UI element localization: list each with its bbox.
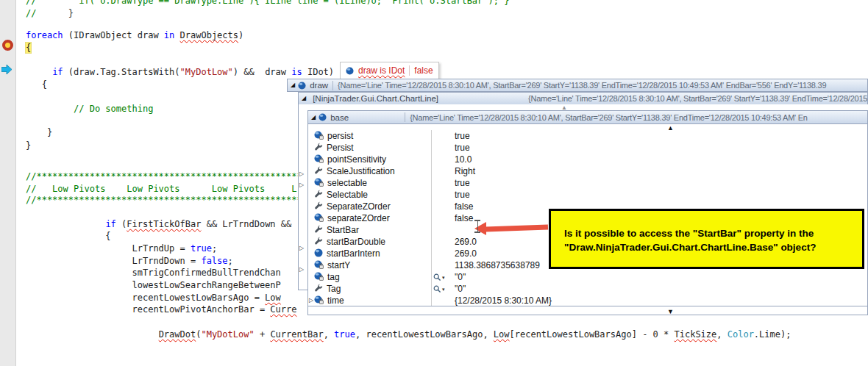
divider — [332, 81, 333, 90]
code-line[interactable]: } — [26, 140, 31, 151]
code-line[interactable]: //**************************************… — [26, 171, 302, 182]
property-row-persist[interactable]: persisttrue — [308, 130, 867, 142]
code-line[interactable]: smTrigConfirmedBullTrendChan — [26, 267, 281, 279]
vs-debug-screen: // if( o.DrawType == DrawType.Line ){ IL… — [0, 0, 868, 366]
property-value: 269.0 — [455, 237, 477, 247]
code-line[interactable]: if (FirstTickOfBar && LrTrndDown && — [26, 218, 291, 230]
private-field-lock-icon — [314, 272, 324, 283]
editor-gutter[interactable] — [0, 0, 16, 366]
code-token: ) && draw — [233, 67, 291, 77]
property-wrench-icon — [314, 201, 323, 212]
code-token: smTrigConfirmedBullTrendChan — [26, 268, 281, 278]
property-name: Selectable — [327, 190, 368, 200]
code-token: ) — [238, 30, 243, 40]
property-row-Persist[interactable]: Persisttrue — [308, 142, 867, 154]
datatip-value: {Name='Line' Time='12/28/2015 8:30:10 AM… — [338, 81, 826, 90]
code-token: "MyDotLow" — [201, 329, 254, 340]
code-line[interactable]: DrawDot("MyDotLow" + CurrentBar, true, r… — [26, 329, 791, 340]
datatip-value: {Name='Line' Time='12/28/2015 8:30:10 AM… — [410, 113, 808, 122]
code-line[interactable]: recentLowPivotAnchorBar = Curre — [26, 304, 296, 315]
property-row-ScaleJustification[interactable]: ScaleJustificationRight — [308, 165, 867, 177]
code-line[interactable]: // Low Pivots Low Pivots Low Pivots L — [26, 183, 296, 195]
code-line[interactable]: { — [26, 79, 47, 90]
property-value: "0" — [455, 284, 466, 294]
expanded-triangle-icon[interactable]: ◢ — [291, 82, 295, 88]
property-name: persist — [327, 131, 353, 141]
property-row-Selectable[interactable]: Selectabletrue — [308, 189, 867, 201]
code-token: ( — [116, 219, 127, 229]
property-row-pointSensitivity[interactable]: pointSensitivity10.0 — [308, 154, 867, 165]
property-row-tag[interactable]: tag▾"0" — [308, 271, 867, 283]
code-token: // Low Pivots Low Pivots Low Pivots L — [26, 184, 296, 194]
property-row-Tag[interactable]: Tag▾"0" — [308, 283, 867, 295]
datatip-base[interactable]: ◢ base {Name='Line' Time='12/28/2015 8:3… — [308, 111, 867, 124]
expander-icon[interactable]: ▷ — [309, 298, 313, 304]
code-token: { — [26, 231, 111, 241]
code-token: DrawDot — [159, 329, 196, 340]
code-token: , — [716, 329, 727, 340]
code-token: IDot) — [302, 67, 334, 77]
code-token: , recentLowestLowBarsAgo, — [355, 329, 494, 340]
code-token: Color — [728, 329, 754, 340]
code-token: //**************************************… — [26, 195, 302, 205]
property-row-selectable[interactable]: selectabletrue — [308, 177, 867, 189]
expander-icon[interactable]: ▷ — [299, 171, 304, 177]
expanded-triangle-icon[interactable]: ◢ — [302, 96, 306, 101]
code-line[interactable]: // if( o.DrawType == DrawType.Line ){ IL… — [26, 0, 509, 7]
property-value: 10.0 — [455, 154, 472, 165]
code-line[interactable]: { — [26, 42, 31, 54]
expander-icon[interactable]: ▷ — [299, 182, 304, 188]
property-name: time — [327, 295, 344, 306]
property-wrench-icon — [314, 190, 323, 201]
datatip-chartline[interactable]: ◢ [NinjaTrader.Gui.Chart.ChartLine] {Nam… — [298, 92, 868, 105]
datatip-name: base — [330, 113, 400, 122]
code-token: } — [26, 140, 31, 151]
property-value: true — [455, 131, 470, 141]
scroll-down-icon[interactable]: ▼ — [667, 309, 674, 315]
property-value: "0" — [455, 272, 466, 282]
code-line[interactable]: // } — [26, 7, 74, 19]
code-line[interactable]: // Do something — [26, 103, 153, 115]
property-wrench-icon — [314, 143, 323, 154]
code-token: recentLowPivotAnchorBar = — [26, 304, 270, 315]
expanded-triangle-icon[interactable]: ◢ — [311, 114, 316, 121]
annotation-note: Is it possible to access the "StartBar" … — [549, 209, 864, 269]
code-line[interactable]: //**************************************… — [26, 194, 302, 206]
private-field-lock-icon — [314, 213, 324, 224]
expander-icon[interactable]: ▷ — [299, 245, 304, 251]
magnifier-visualizer-icon[interactable]: ▾ — [433, 285, 445, 293]
code-token: LrTrndUp = — [26, 243, 191, 254]
tracepoint-icon[interactable] — [2, 40, 13, 51]
magnifier-visualizer-icon[interactable]: ▾ — [433, 273, 445, 281]
code-token: LrTrndDown = — [26, 256, 201, 266]
datatip-body-sliver — [298, 111, 307, 290]
code-line[interactable]: { — [26, 230, 111, 242]
expander-icon[interactable]: ▷ — [299, 267, 304, 273]
private-field-lock-icon — [314, 295, 324, 306]
property-value: false — [455, 213, 473, 223]
property-name: selectable — [327, 178, 367, 188]
code-token: { — [26, 43, 31, 53]
code-token: .Lime); — [754, 329, 791, 340]
annotation-line-1: Is it possible to access the "StartBar" … — [564, 226, 855, 240]
datatip-name: draw — [310, 81, 328, 90]
code-token — [26, 219, 105, 229]
code-token: // Do something — [26, 104, 153, 114]
code-line[interactable]: } — [26, 126, 52, 138]
code-line[interactable]: LrTrndDown = false; — [26, 255, 233, 267]
code-token: Low — [494, 329, 510, 340]
code-line[interactable]: if (draw.Tag.StartsWith("MyDotLow") && d… — [26, 66, 334, 78]
code-token: (draw.Tag.StartsWith( — [63, 67, 180, 77]
code-token: } — [26, 127, 52, 137]
code-line[interactable]: LrTrndUp = true; — [26, 243, 217, 254]
property-value: 1138.3868735638789 — [455, 260, 540, 270]
property-name: separateZOrder — [327, 213, 390, 223]
property-row-time[interactable]: ▷time{12/28/2015 8:30:10 AM} — [308, 295, 867, 306]
code-token: foreach — [26, 30, 63, 40]
datatip-draw[interactable]: ◢ draw {Name='Line' Time='12/28/2015 8:3… — [287, 79, 868, 92]
code-line[interactable]: foreach (IDrawObject draw in DrawObjects… — [26, 29, 243, 41]
code-token: if — [52, 67, 63, 77]
code-line[interactable]: recentLowestLowBarsAgo = Low — [26, 292, 281, 304]
code-line[interactable]: lowestLowSearchRangeBetweenP — [26, 279, 281, 291]
code-token: is — [291, 67, 302, 77]
